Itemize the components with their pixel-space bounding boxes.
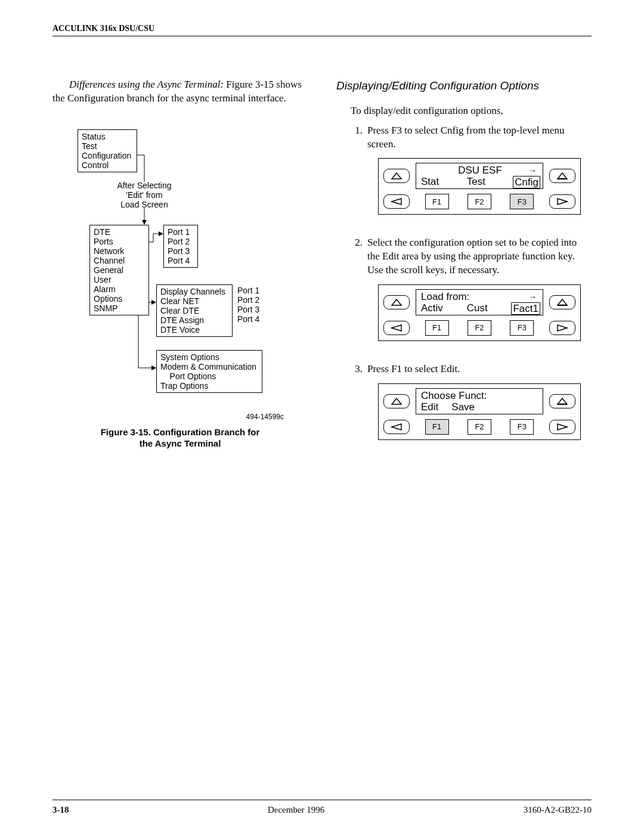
ports-item: Port 3: [168, 246, 194, 256]
right-arrow-icon: →: [528, 165, 537, 176]
snmp-submenu-box: System Options Modem & Communication Por…: [156, 350, 262, 393]
channel-item: Clear NET: [160, 296, 228, 306]
level2-item: Ports: [94, 237, 145, 246]
right-arrow-icon: →: [528, 292, 537, 303]
up-button[interactable]: [383, 169, 410, 183]
f3-key[interactable]: F3: [510, 320, 534, 336]
level2-item: User: [94, 275, 145, 284]
step-text: Press F3 to select Cnfig from the top-le…: [367, 125, 565, 150]
root-item: Test: [82, 141, 133, 151]
step-text: Press F1 to select Edit.: [367, 363, 460, 374]
svg-marker-2: [151, 300, 156, 305]
f2-key[interactable]: F2: [467, 419, 491, 435]
left-button[interactable]: [383, 194, 410, 209]
f2-key[interactable]: F2: [467, 194, 491, 209]
lcd-title: Choose Funct:: [421, 390, 487, 401]
left-button[interactable]: [383, 420, 410, 434]
lcd-title: Load from:: [421, 291, 469, 302]
left-column: Differences using the Async Terminal: Fi…: [52, 78, 310, 800]
f3-key[interactable]: F3: [510, 419, 534, 435]
level2-item: Channel: [94, 256, 145, 265]
channel-port-item: Port 1: [237, 286, 259, 295]
channel-port-item: Port 4: [237, 314, 259, 324]
figure-caption: Figure 3-15. Configuration Branch for th…: [52, 426, 308, 450]
lcd-menu-item: Cnfig: [513, 176, 540, 188]
level2-item: DTE: [94, 227, 145, 237]
f2-key[interactable]: F2: [467, 320, 491, 336]
f1-key[interactable]: F1: [425, 419, 449, 435]
right-column: Displaying/Editing Configuration Options…: [334, 78, 592, 800]
svg-marker-18: [558, 424, 567, 430]
section-title: Displaying/Editing Configuration Options: [336, 78, 592, 94]
after-selecting-text: After Selecting 'Edit' from Load Screen: [114, 181, 174, 209]
footer-docid: 3160-A2-GB22-10: [524, 805, 592, 815]
ports-box: Port 1 Port 2 Port 3 Port 4: [163, 225, 198, 268]
home-up-button[interactable]: [549, 394, 575, 408]
svg-marker-8: [558, 199, 567, 205]
snmp-item: Port Options: [160, 371, 258, 381]
lcd-menu-item: Cust: [467, 302, 488, 315]
root-item: Control: [82, 160, 133, 170]
right-button[interactable]: [549, 194, 575, 209]
page-number: 3-18: [52, 805, 69, 815]
step-item: 1. Press F3 to select Cnfig from the top…: [351, 124, 592, 227]
right-button[interactable]: [549, 321, 575, 335]
svg-marker-14: [392, 398, 401, 404]
step-item: 3. Press F1 to select Edit. Choose Funct…: [351, 363, 592, 452]
level2-menu-box: DTE Ports Network Channel General User A…: [89, 225, 149, 315]
svg-marker-0: [142, 220, 147, 225]
home-up-button[interactable]: [549, 169, 575, 183]
step-item: 2. Select the configuration option set t…: [351, 236, 592, 353]
level2-item: Network: [94, 246, 145, 256]
channel-item: Clear DTE: [160, 306, 228, 315]
channel-item: Display Channels: [160, 287, 228, 296]
svg-marker-3: [151, 366, 156, 370]
up-button[interactable]: [383, 295, 410, 309]
snmp-item: System Options: [160, 352, 258, 362]
running-header: ACCULINK 316x DSU/CSU: [52, 24, 592, 36]
channel-item: DTE Assign: [160, 315, 228, 325]
channel-ports-list: Port 1 Port 2 Port 3 Port 4: [237, 286, 259, 324]
channel-port-item: Port 2: [237, 295, 259, 305]
svg-marker-4: [392, 173, 401, 179]
step-number: 3.: [351, 363, 363, 452]
step-number: 1.: [351, 124, 363, 227]
page-footer: 3-18 December 1996 3160-A2-GB22-10: [52, 800, 592, 815]
lcd-menu-item: Test: [467, 176, 485, 188]
right-button[interactable]: [549, 420, 575, 434]
lcd-panel: Choose Funct: Edit Save: [378, 383, 581, 440]
root-menu-box: Status Test Configuration Control: [78, 129, 137, 172]
config-branch-diagram: Status Test Configuration Control After …: [55, 129, 287, 422]
up-button[interactable]: [383, 394, 410, 408]
lcd-menu-item: Activ: [421, 302, 443, 315]
svg-marker-17: [392, 424, 401, 430]
home-up-button[interactable]: [549, 295, 575, 309]
footer-date: December 1996: [268, 805, 324, 815]
f1-key[interactable]: F1: [425, 194, 449, 209]
snmp-item: Trap Options: [160, 381, 258, 391]
root-item: Status: [82, 132, 133, 141]
steps-list: 1. Press F3 to select Cnfig from the top…: [336, 124, 592, 453]
f1-key[interactable]: F1: [425, 320, 449, 336]
svg-marker-5: [558, 173, 567, 179]
lcd-menu-item: Save: [451, 401, 475, 413]
left-button[interactable]: [383, 321, 410, 335]
lcd-panel: DSU ESF→ Stat Test Cnfig: [378, 158, 581, 215]
svg-marker-10: [558, 299, 567, 305]
svg-marker-15: [558, 398, 567, 404]
f3-key[interactable]: F3: [510, 194, 534, 209]
ports-item: Port 2: [168, 237, 194, 246]
intro-paragraph: Differences using the Async Terminal: Fi…: [52, 78, 308, 106]
level2-item: General: [94, 265, 145, 275]
svg-marker-7: [392, 199, 401, 205]
ports-item: Port 4: [168, 256, 194, 265]
root-item: Configuration: [82, 151, 133, 160]
snmp-item: Modem & Communication: [160, 362, 258, 371]
lcd-menu-item: Stat: [421, 176, 439, 188]
channel-item: DTE Voice: [160, 325, 228, 335]
svg-marker-9: [392, 299, 401, 305]
lcd-panel: Load from:→ Activ Cust Fact1: [378, 284, 581, 341]
diagram-credit: 494-14599c: [246, 412, 284, 422]
intro-runin: Differences using the Async Terminal:: [69, 79, 224, 90]
level2-item: Alarm Options: [94, 284, 145, 304]
